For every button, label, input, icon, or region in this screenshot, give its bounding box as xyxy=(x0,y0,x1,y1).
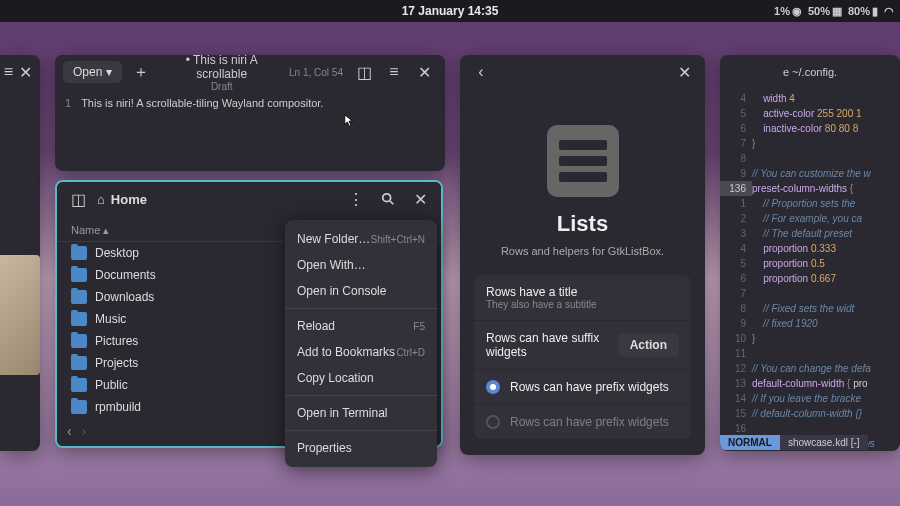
folder-name: rpmbuild xyxy=(95,400,141,414)
code-line: 12// You can change the defa xyxy=(720,361,900,376)
radio-icon[interactable] xyxy=(486,415,500,429)
back-button[interactable]: ‹ xyxy=(468,59,494,85)
partial-window-left: ≡ ✕ xyxy=(0,55,40,451)
code-line: 5 proportion 0.5 xyxy=(720,256,900,271)
menu-item[interactable]: ReloadF5 xyxy=(285,313,437,339)
menu-item[interactable]: Properties xyxy=(285,435,437,461)
close-icon[interactable]: ✕ xyxy=(671,59,697,85)
code-line: 5 active-color 255 200 1 xyxy=(720,106,900,121)
close-icon[interactable]: ✕ xyxy=(411,59,437,85)
menu-item[interactable]: Open With… xyxy=(285,252,437,278)
radio-selected-icon[interactable] xyxy=(486,380,500,394)
wifi-icon[interactable]: ◠ xyxy=(884,5,894,18)
code-line: 13default-column-width { pro xyxy=(720,376,900,391)
kebab-menu-icon[interactable]: ⋮ xyxy=(343,186,369,212)
menu-item[interactable]: Copy Location xyxy=(285,365,437,391)
menu-item[interactable]: Add to BookmarksCtrl+D xyxy=(285,339,437,365)
menu-item[interactable]: New Folder…Shift+Ctrl+N xyxy=(285,226,437,252)
code-line: 14// If you leave the bracke xyxy=(720,391,900,406)
menu-separator xyxy=(285,308,437,309)
folder-name: Public xyxy=(95,378,128,392)
vim-mode-badge: NORMAL xyxy=(720,435,780,450)
folder-icon xyxy=(71,246,87,260)
code-line: 10} xyxy=(720,331,900,346)
code-line: 8 // Fixed sets the widt xyxy=(720,301,900,316)
context-menu: New Folder…Shift+Ctrl+NOpen With…Open in… xyxy=(285,220,437,467)
document-title: • This is niri A scrollable Draft xyxy=(160,55,283,92)
menu-item[interactable]: Open in Console xyxy=(285,278,437,304)
svg-line-1 xyxy=(390,201,394,205)
code-line: 15// default-column-width {} xyxy=(720,406,900,421)
cpu-indicator[interactable]: 1% ◉ xyxy=(774,5,802,18)
folder-icon xyxy=(71,400,87,414)
code-line: 8 xyxy=(720,151,900,166)
folder-icon xyxy=(71,334,87,348)
location-home[interactable]: ⌂ Home xyxy=(97,192,147,207)
menu-separator xyxy=(285,395,437,396)
code-line: 4 width 4 xyxy=(720,91,900,106)
list-row[interactable]: Rows can have prefix widgets xyxy=(474,370,691,405)
code-editor-window: e ~/.config. 4 width 45 active-color 255… xyxy=(720,55,900,451)
editor-body[interactable]: 1This is niri! A scrollable-tiling Wayla… xyxy=(55,89,445,118)
forward-button[interactable]: › xyxy=(82,423,87,439)
menu-item[interactable]: Open in Terminal xyxy=(285,400,437,426)
hamburger-icon[interactable]: ≡ xyxy=(381,59,407,85)
code-line: 6 proportion 0.667 xyxy=(720,271,900,286)
folder-icon xyxy=(71,378,87,392)
battery-indicator[interactable]: 80% ▮ xyxy=(848,5,878,18)
new-tab-button[interactable]: ＋ xyxy=(128,59,154,85)
sidebar-toggle-icon[interactable]: ◫ xyxy=(351,59,377,85)
list-icon xyxy=(547,125,619,197)
close-icon[interactable]: ✕ xyxy=(407,186,433,212)
clock: 17 January 14:35 xyxy=(402,4,499,18)
folder-name: Projects xyxy=(95,356,138,370)
search-icon[interactable] xyxy=(375,186,401,212)
svg-point-0 xyxy=(383,194,391,202)
filename-badge: showcase.kdl [-] xyxy=(780,435,868,450)
file-path: e ~/.config. xyxy=(783,66,837,78)
folder-icon xyxy=(71,356,87,370)
code-line: 9 // fixed 1920 xyxy=(720,316,900,331)
close-icon[interactable]: ✕ xyxy=(17,59,34,85)
chevron-down-icon: ▾ xyxy=(106,65,112,79)
code-line: 136preset-column-widths { xyxy=(720,181,900,196)
home-icon: ⌂ xyxy=(97,192,105,207)
list-row[interactable]: Rows have a titleThey also have a subtit… xyxy=(474,275,691,321)
code-line: 4 proportion 0.333 xyxy=(720,241,900,256)
text-editor-window: Open ▾ ＋ • This is niri A scrollable Dra… xyxy=(55,55,445,171)
hamburger-icon[interactable]: ≡ xyxy=(0,59,17,85)
menu-separator xyxy=(285,430,437,431)
sidebar-toggle-icon[interactable]: ◫ xyxy=(65,186,91,212)
open-button[interactable]: Open ▾ xyxy=(63,61,122,83)
code-line: 9// You can customize the w xyxy=(720,166,900,181)
code-line: 3 // The default preset xyxy=(720,226,900,241)
code-line: 6 inactive-color 80 80 8 xyxy=(720,121,900,136)
code-line: 1 // Proportion sets the xyxy=(720,196,900,211)
top-bar: 17 January 14:35 1% ◉ 50% ▦ 80% ▮ ◠ xyxy=(0,0,900,22)
back-button[interactable]: ‹ xyxy=(67,423,72,439)
mouse-cursor-icon xyxy=(343,114,357,128)
list-row[interactable]: Rows can have suffix widgets Action xyxy=(474,321,691,370)
sort-asc-icon: ▴ xyxy=(103,224,109,236)
folder-name: Pictures xyxy=(95,334,138,348)
system-tray: 1% ◉ 50% ▦ 80% ▮ ◠ xyxy=(774,0,894,22)
code-body[interactable]: 4 width 45 active-color 255 200 16 inact… xyxy=(720,89,900,451)
cursor-position: Ln 1, Col 54 xyxy=(289,67,343,78)
code-line: 2 // For example, you ca xyxy=(720,211,900,226)
lists-demo-window: ‹ ✕ Lists Rows and helpers for GtkListBo… xyxy=(460,55,705,455)
folder-icon xyxy=(71,312,87,326)
folder-name: Desktop xyxy=(95,246,139,260)
folder-name: Documents xyxy=(95,268,156,282)
folder-name: Music xyxy=(95,312,126,326)
page-subtitle: Rows and helpers for GtkListBox. xyxy=(474,245,691,257)
folder-icon xyxy=(71,268,87,282)
image-thumbnail xyxy=(0,255,40,375)
code-line: 7 xyxy=(720,286,900,301)
page-title: Lists xyxy=(474,211,691,237)
code-line: 11 xyxy=(720,346,900,361)
action-button[interactable]: Action xyxy=(618,333,679,357)
list-row[interactable]: Rows can have prefix widgets xyxy=(474,405,691,439)
code-line: 7} xyxy=(720,136,900,151)
mem-indicator[interactable]: 50% ▦ xyxy=(808,5,842,18)
folder-icon xyxy=(71,290,87,304)
